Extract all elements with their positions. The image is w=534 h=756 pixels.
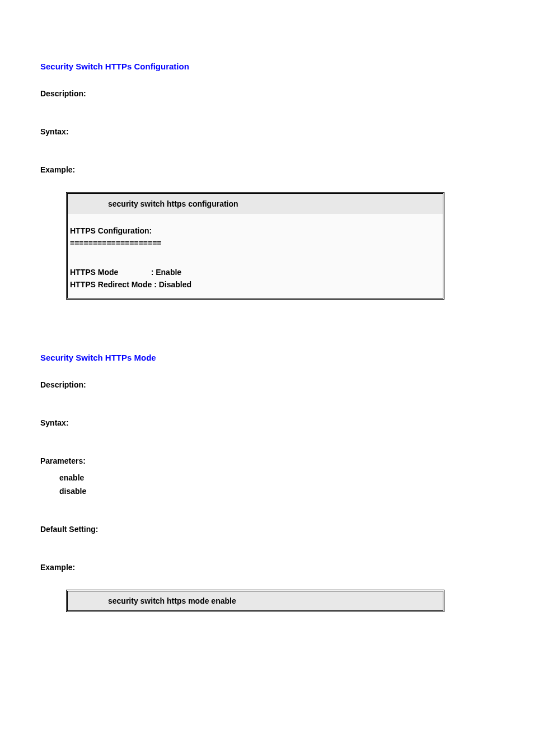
code-body: HTTPS Configuration: ===================… <box>68 214 443 295</box>
parameters-list: enable disable <box>59 473 494 496</box>
section-separator <box>40 300 494 353</box>
description-label: Description: <box>40 380 494 389</box>
example-label: Example: <box>40 165 494 174</box>
syntax-label: Syntax: <box>40 127 494 136</box>
example-label: Example: <box>40 563 494 572</box>
https-redirect-line: HTTPS Redirect Mode : Disabled <box>70 280 441 289</box>
config-title-line: HTTPS Configuration: <box>70 226 441 235</box>
https-mode-line: HTTPS Mode : Enable <box>70 268 441 277</box>
code-header: security switch https mode enable <box>68 591 443 610</box>
code-box-configuration: security switch https configuration HTTP… <box>66 192 444 300</box>
section-title: Security Switch HTTPs Mode <box>40 353 494 362</box>
code-box-mode: security switch https mode enable <box>66 590 444 612</box>
separator-line: ==================== <box>70 239 441 248</box>
section-https-configuration: Security Switch HTTPs Configuration Desc… <box>40 62 494 300</box>
code-header: security switch https configuration <box>68 194 443 214</box>
parameters-label: Parameters: <box>40 456 494 465</box>
default-setting-label: Default Setting: <box>40 525 494 534</box>
syntax-label: Syntax: <box>40 418 494 427</box>
section-title: Security Switch HTTPs Configuration <box>40 62 494 71</box>
param-enable: enable <box>59 473 494 482</box>
description-label: Description: <box>40 89 494 98</box>
param-disable: disable <box>59 487 494 496</box>
section-https-mode: Security Switch HTTPs Mode Description: … <box>40 353 494 612</box>
